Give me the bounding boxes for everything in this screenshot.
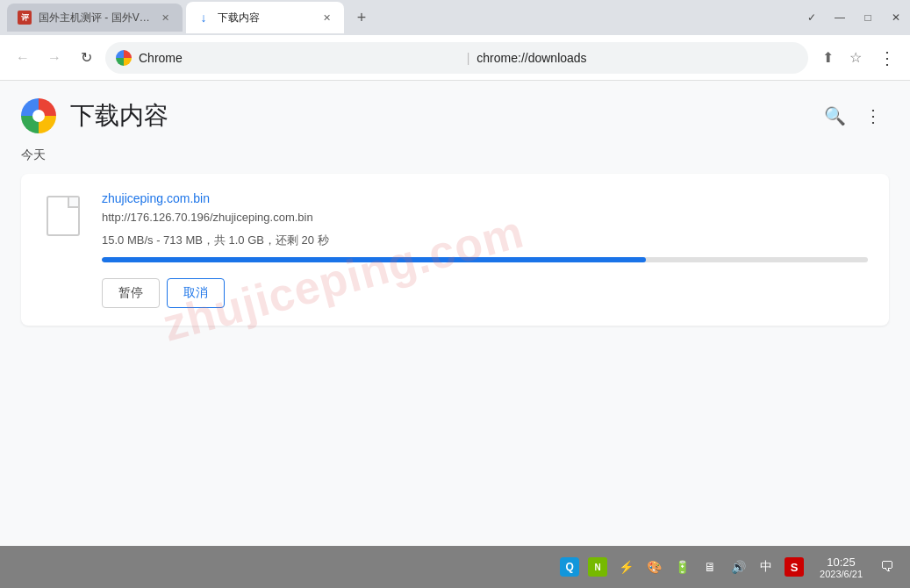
chrome-logo-small (116, 50, 132, 66)
browser-menu-button[interactable]: ⋮ (875, 46, 899, 70)
section-label-today: 今天 (0, 147, 910, 174)
antivirus-icon[interactable]: S (785, 557, 804, 577)
search-button[interactable]: 🔍 (819, 100, 850, 132)
download-item: zhujiceping.com.bin http://176.126.70.19… (21, 174, 889, 326)
more-options-button[interactable]: ⋮ (857, 100, 889, 132)
color-icon[interactable]: 🎨 (644, 557, 663, 577)
file-icon (47, 196, 80, 236)
address-separator: | (467, 51, 470, 65)
download-url: http://176.126.70.196/zhujiceping.com.bi… (102, 211, 868, 224)
downloads-header: 下载内容 🔍 ⋮ (0, 81, 910, 147)
address-bar: ← → ↻ Chrome | chrome://downloads ⬆ ☆ ⋮ (0, 35, 910, 81)
minimize-button[interactable]: — (833, 11, 847, 24)
taskbar-icons: Q N ⚡ 🎨 🔋 🖥 🔊 中 S 10:25 2023/6/21 🗨 (560, 555, 899, 579)
tab-close-2[interactable]: ✕ (319, 11, 333, 25)
battery-icon[interactable]: 🔋 (672, 557, 691, 577)
volume-icon[interactable]: 🔊 (728, 557, 748, 577)
download-tab-icon: ↓ (197, 11, 211, 25)
address-url[interactable]: chrome://downloads (476, 51, 798, 65)
brand-name: Chrome (139, 51, 460, 65)
maximize-button[interactable]: □ (861, 11, 875, 24)
tab-inactive-1[interactable]: 评 国外主机测评 - 国外VPS， ✕ (7, 4, 183, 32)
bluetooth-icon[interactable]: ⚡ (616, 557, 635, 577)
clock-time: 10:25 (827, 556, 856, 569)
address-icons: ⬆ ☆ (815, 46, 868, 70)
refresh-button[interactable]: ↻ (74, 46, 98, 70)
tab-title-2: 下载内容 (218, 11, 312, 25)
clock-date: 2023/6/21 (820, 569, 863, 579)
header-actions: 🔍 ⋮ (819, 100, 889, 132)
bookmark-button[interactable]: ☆ (843, 46, 868, 70)
cancel-button[interactable]: 取消 (167, 278, 225, 308)
close-button[interactable]: ✕ (889, 11, 903, 24)
checkmark-icon: ✓ (805, 11, 819, 24)
qq-icon[interactable]: Q (560, 557, 579, 577)
tab-active-2[interactable]: ↓ 下载内容 ✕ (186, 2, 344, 33)
tab-close-1[interactable]: ✕ (158, 11, 172, 25)
file-icon-wrap (42, 191, 84, 240)
download-actions: 暂停 取消 (102, 278, 868, 308)
progress-bar-fill (102, 257, 646, 262)
address-input-wrap[interactable]: Chrome | chrome://downloads (105, 42, 808, 74)
forward-button[interactable]: → (42, 46, 67, 70)
tab-title-1: 国外主机测评 - 国外VPS， (39, 11, 151, 25)
nvidia-icon[interactable]: N (588, 557, 607, 577)
window-controls: ✓ — □ ✕ (805, 11, 903, 24)
main-content: zhujiceping.com 下载内容 🔍 ⋮ 今天 zhujiceping.… (0, 81, 910, 546)
progress-bar-wrap (102, 257, 868, 262)
tab-favicon-1: 评 (18, 11, 32, 25)
title-bar: 评 国外主机测评 - 国外VPS， ✕ ↓ 下载内容 ✕ + ✓ — □ ✕ (0, 0, 910, 35)
pause-button[interactable]: 暂停 (102, 278, 160, 308)
taskbar: Q N ⚡ 🎨 🔋 🖥 🔊 中 S 10:25 2023/6/21 🗨 (0, 546, 910, 588)
download-progress-text: 15.0 MB/s - 713 MB，共 1.0 GB，还剩 20 秒 (102, 233, 868, 248)
back-button[interactable]: ← (11, 46, 35, 70)
clock-area[interactable]: 10:25 2023/6/21 (820, 556, 863, 579)
download-list: zhujiceping.com.bin http://176.126.70.19… (0, 174, 910, 326)
share-button[interactable]: ⬆ (815, 46, 840, 70)
chrome-logo-large (21, 98, 56, 133)
new-tab-button[interactable]: + (348, 4, 376, 32)
notification-button[interactable]: 🗨 (875, 555, 899, 579)
download-filename[interactable]: zhujiceping.com.bin (102, 191, 868, 205)
download-details: zhujiceping.com.bin http://176.126.70.19… (102, 191, 868, 308)
page-title: 下载内容 (70, 99, 168, 133)
input-method-icon[interactable]: 中 (756, 557, 776, 577)
display-icon[interactable]: 🖥 (700, 557, 720, 577)
